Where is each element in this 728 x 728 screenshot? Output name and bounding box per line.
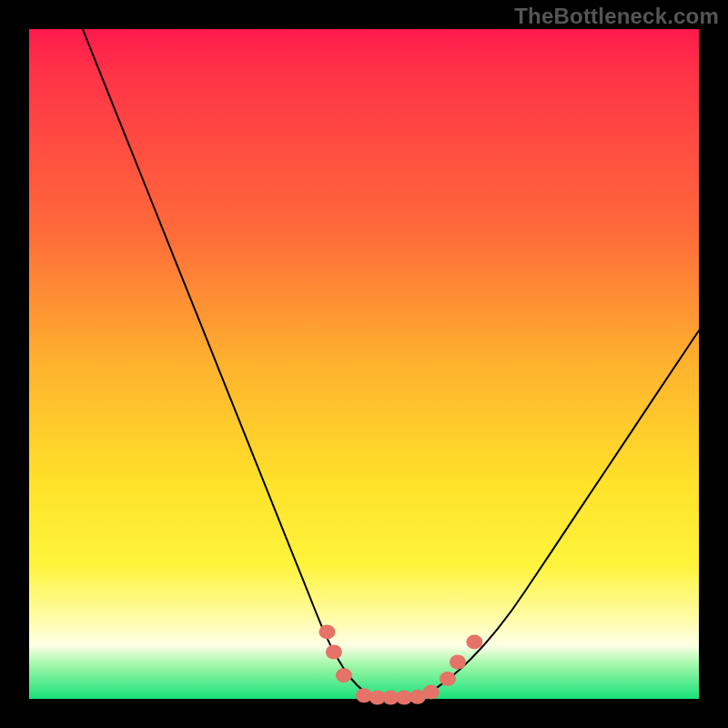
- chart-plot-area: [29, 29, 699, 699]
- bead-marker: [440, 672, 456, 686]
- chart-frame: TheBottleneck.com: [0, 0, 728, 728]
- bottleneck-curve: [83, 29, 699, 699]
- bead-marker: [326, 645, 342, 660]
- bead-marker: [450, 655, 466, 670]
- bead-group: [319, 624, 483, 704]
- bead-marker: [336, 668, 352, 682]
- bead-marker: [466, 634, 482, 649]
- bead-marker: [319, 624, 336, 639]
- bead-marker: [423, 685, 440, 700]
- watermark-text: TheBottleneck.com: [514, 4, 719, 29]
- chart-svg: [29, 29, 699, 699]
